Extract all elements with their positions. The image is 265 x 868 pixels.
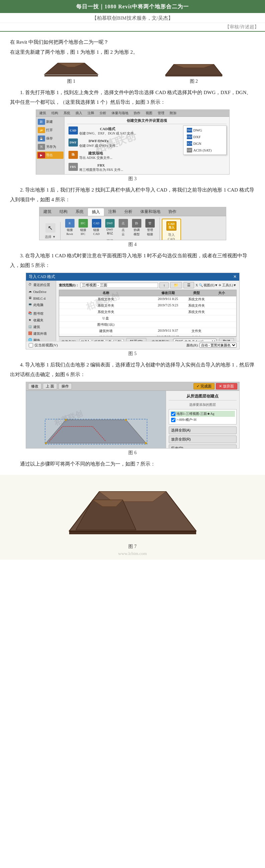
- sidebar-net[interactable]: 🌐 网络: [27, 337, 55, 341]
- link-revit-btn[interactable]: R 链接Revit: [64, 218, 76, 237]
- tab4-sys[interactable]: 系统: [72, 208, 87, 216]
- file-row-3[interactable]: 系统文件夹 系统文件夹: [59, 309, 236, 315]
- current-view-checkbox[interactable]: [29, 343, 33, 347]
- tab4-note[interactable]: 注释: [104, 208, 120, 216]
- sidebar-lib[interactable]: 📚 图书馆: [27, 311, 55, 317]
- net-icon: 🌐: [28, 338, 32, 341]
- import-cad-btn[interactable]: CAD导入: [165, 221, 178, 231]
- ribbon-tab-manage[interactable]: 管理: [156, 111, 166, 116]
- tab4-struct[interactable]: 结构: [55, 208, 72, 216]
- sidebar-recent[interactable]: ⏱ 最近的位置: [27, 282, 55, 288]
- new-folder-btn[interactable]: 📁: [170, 282, 182, 288]
- link-ifc-btn[interactable]: IFC 链接IFC: [77, 218, 89, 237]
- layer-check-1[interactable]: [171, 412, 176, 416]
- grid-view-btn[interactable]: ☰: [183, 282, 194, 288]
- sidebar-new[interactable]: 新 新建: [37, 118, 63, 125]
- import-cad-group: CAD导入 导入CAD: [162, 219, 181, 240]
- link-cad-btn[interactable]: CAD 链接CAD: [90, 218, 103, 237]
- nav-up-btn[interactable]: ↑: [159, 282, 169, 288]
- sidebar-arch[interactable]: 🏢 建筑: [27, 324, 55, 330]
- svg-marker-2: [45, 75, 98, 76]
- layer-check-2[interactable]: [171, 418, 176, 422]
- ribbon-tab-collab[interactable]: 协作: [132, 111, 142, 116]
- sidebar-saveas[interactable]: 另 另存为: [37, 143, 63, 151]
- cancel-surface-btn[interactable]: ✕ 放弃面: [216, 383, 237, 390]
- ribbon-tab-addon[interactable]: 附加: [168, 111, 178, 116]
- ribbon-tab-arch[interactable]: 建筑: [38, 111, 48, 116]
- apply-btn[interactable]: 应当(D): [169, 444, 237, 448]
- dwf-mark-btn[interactable]: DWF DWF标记: [104, 218, 116, 237]
- save-icon: 💾: [38, 135, 45, 142]
- menu-dwf[interactable]: DWF DWF/DWFx 创建 DWF 或 DWFx 文件...: [67, 137, 181, 149]
- panel-layer-list[interactable]: 地形1-三维视图-三面★Ag >-009-桶户<H: [169, 409, 237, 425]
- recent-icon: ⏱: [28, 283, 32, 287]
- fig5-file-list[interactable]: 系统文件夹 2019/9/11 8:25 系统文件夹 系统文件夹 2019/7/…: [59, 296, 237, 336]
- tab4-insert[interactable]: 插入: [87, 208, 104, 216]
- filetype-select[interactable]: DWG 文件 (*.d.wg): [173, 339, 216, 341]
- sidebar-open[interactable]: 📂 打开: [37, 126, 63, 134]
- coord-model-btn[interactable]: 协 协调模型: [131, 218, 143, 237]
- operation-btn[interactable]: 操作: [58, 383, 72, 390]
- submenu-sat[interactable]: SAT ACIS (SAT): [185, 147, 224, 154]
- ribbon-tab-struct[interactable]: 结构: [50, 111, 60, 116]
- ribbon-tab-note[interactable]: 注释: [86, 111, 96, 116]
- page: 每日一技｜1080 Revit中将两个地形合二为一 【柏慕联创BIM技术服务，文…: [0, 0, 265, 560]
- fig7-svg: [66, 482, 200, 535]
- menu-family[interactable]: 族 族类型 将族类型从族导出到共用文本(.txt)文件...: [67, 174, 181, 174]
- file-row-lib[interactable]: 图书馆(1比): [59, 322, 236, 328]
- sidebar-fav[interactable]: ★ 收藏夹: [27, 317, 55, 323]
- tab4-mass[interactable]: 体量和场地: [136, 208, 164, 216]
- fig5-ui: 导入 CAD 格式 ✕ ⏱ 最近的位置 ☁: [26, 273, 240, 349]
- ribbon-tab-insert[interactable]: 插入: [74, 111, 84, 116]
- sidebar-export[interactable]: ▶ 导出: [37, 152, 63, 159]
- new-icon: 新: [38, 119, 45, 125]
- col-name: 名称: [60, 291, 151, 295]
- dwg-icon: DWG: [187, 128, 192, 132]
- fig5-path-input[interactable]: [80, 283, 158, 288]
- menu-fbx[interactable]: FBX FBX 将三维圆景导出为 FBX 文件...: [67, 162, 181, 173]
- fig5-close-icon[interactable]: ✕: [233, 274, 237, 279]
- ribbon-tab-sys[interactable]: 系统: [62, 111, 72, 116]
- submenu-dxf[interactable]: DXF DXF: [185, 133, 224, 140]
- open-btn[interactable]: 打开(O): [126, 338, 147, 341]
- tab4-collab[interactable]: 协作: [164, 208, 181, 216]
- submenu-dgn[interactable]: DGN DGN: [185, 140, 224, 147]
- sidebar-onedrive[interactable]: ☁ OneDrive: [27, 289, 55, 295]
- ribbon-tab-view[interactable]: 视图: [144, 111, 154, 116]
- ribbon-tab-mass[interactable]: 体量与场地: [110, 111, 130, 116]
- current-view-label: 仅当前视图(V): [34, 343, 58, 348]
- tab4-arch[interactable]: 建筑: [39, 208, 55, 216]
- file-name-3: 系统文件夹: [60, 310, 151, 314]
- fbx-icon: FBX: [69, 163, 78, 171]
- sidebar-wall[interactable]: 🧱 建筑外墙: [27, 331, 55, 337]
- topo-fig2: 图 2: [164, 60, 224, 85]
- file-date-lib: [151, 322, 185, 327]
- edit-surface-btn[interactable]: ✓ 完成面: [193, 383, 215, 390]
- file-row-wall1[interactable]: 建筑外墙 2019/9/11 9:37 文件夹: [59, 328, 236, 334]
- manage-links-btn[interactable]: 管 管理链接: [144, 218, 156, 237]
- color-select[interactable]: 自动 - 置黑对象颜色: [200, 343, 237, 348]
- import-cad-icon: CAD导入: [166, 221, 177, 230]
- file-row-u[interactable]: U 盘: [59, 315, 236, 322]
- file-row-1[interactable]: 系统文件夹 2019/9/11 8:25 系统文件夹: [59, 296, 236, 303]
- cancel-btn-fig5[interactable]: 取消: [219, 338, 234, 341]
- layer-item-2[interactable]: >-009-桶户<H: [170, 417, 235, 423]
- layer-item-1[interactable]: 地形1-三维视图-三面★Ag: [170, 411, 235, 417]
- menu-cad-format[interactable]: CAD CAD格式 创建 DWG、DXF、DGN 或 SAT 文件...: [67, 125, 181, 136]
- point-cloud-btn[interactable]: 点 点云: [117, 218, 129, 237]
- fig7-label: 图 7: [10, 544, 255, 550]
- ribbon-tab-analysis[interactable]: 分析: [98, 111, 108, 116]
- fav-icon: ★: [28, 318, 32, 323]
- select-all-btn[interactable]: 选择全部(A): [169, 427, 237, 434]
- sidebar-bmlc[interactable]: 🖥 BMLC-4: [27, 295, 55, 301]
- sidebar-pc[interactable]: 💻 此电脑: [27, 302, 55, 308]
- sidebar-save[interactable]: 💾 保存: [37, 135, 63, 142]
- submenu-dwg[interactable]: DWG DWG: [185, 127, 224, 133]
- deselect-all-btn[interactable]: 放弃全部(R): [169, 435, 237, 443]
- surface-btn[interactable]: 上 面: [43, 383, 57, 390]
- file-row-2[interactable]: 系统文件夹 2019/7/25 9:23 系统文件夹: [59, 303, 236, 309]
- modify-btn[interactable]: 修改: [28, 383, 42, 390]
- select-btn[interactable]: ↖: [44, 223, 57, 233]
- menu-site[interactable]: 场 建筑场地 导出 ADSK 交换文件...: [67, 150, 181, 161]
- tab4-analysis[interactable]: 分析: [120, 208, 136, 216]
